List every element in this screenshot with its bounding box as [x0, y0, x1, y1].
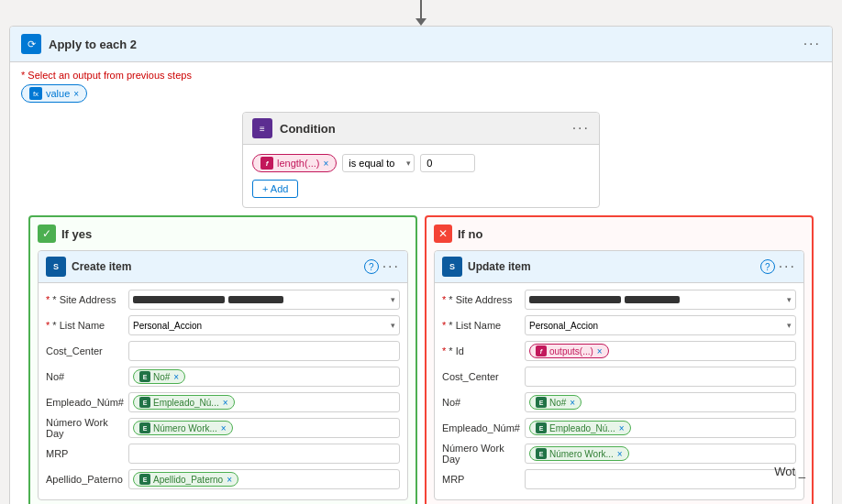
- update-site-address-redacted: [529, 296, 621, 303]
- create-cost-center-row: Cost_Center: [46, 340, 400, 362]
- update-empleado-value[interactable]: E Empleado_Nú... ×: [525, 418, 796, 438]
- create-list-name-text: Personal_Accion: [133, 321, 202, 331]
- create-item-help-button[interactable]: ?: [364, 259, 379, 274]
- create-item-more-button[interactable]: ···: [382, 258, 400, 275]
- update-id-tag-close[interactable]: ×: [597, 346, 603, 356]
- branch-no-icon: ✕: [434, 225, 452, 243]
- branch-yes-icon: ✓: [38, 225, 56, 243]
- create-site-address-redacted2: [228, 296, 283, 303]
- create-numero-wd-row: Número Work Day E Número Work... ×: [46, 417, 400, 439]
- update-site-address-value[interactable]: [525, 290, 796, 310]
- apply-each-body: * Select an output from previous steps f…: [10, 62, 832, 504]
- condition-block: ≡ Condition ··· f length(...) ×: [242, 112, 600, 208]
- update-mrp-value[interactable]: [525, 469, 796, 489]
- create-apellido-row: Apellido_Paterno E Apellido_Paterno ×: [46, 468, 400, 490]
- update-numero-wd-tag-icon: E: [536, 448, 547, 459]
- create-no-tag[interactable]: E No# ×: [133, 369, 185, 384]
- create-apellido-tag-label: Apellido_Paterno: [153, 475, 223, 485]
- update-no-tag-close[interactable]: ×: [570, 398, 575, 408]
- create-apellido-tag-icon: E: [139, 474, 150, 485]
- branch-yes-label: If yes: [61, 227, 92, 241]
- fx-tag-label: length(...): [277, 158, 319, 169]
- create-empleado-tag-label: Empleado_Nú...: [153, 398, 219, 408]
- create-item-card: S Create item ? ··· * Site Address: [38, 250, 408, 500]
- update-no-tag-icon: E: [536, 397, 547, 408]
- create-apellido-tag-close[interactable]: ×: [227, 475, 232, 485]
- update-empleado-tag[interactable]: E Empleado_Nú... ×: [529, 421, 631, 435]
- create-item-title: Create item: [72, 260, 364, 273]
- create-item-header: S Create item ? ···: [39, 251, 407, 283]
- update-id-tag[interactable]: f outputs(...) ×: [529, 344, 609, 358]
- create-list-name-row: * List Name Personal_Accion: [46, 314, 400, 336]
- fx-tag-icon: f: [260, 157, 273, 170]
- update-empleado-tag-icon: E: [536, 422, 547, 433]
- create-apellido-tag[interactable]: E Apellido_Paterno ×: [133, 472, 238, 487]
- update-cost-center-label: Cost_Center: [442, 371, 525, 382]
- update-empleado-tag-label: Empleado_Nú...: [549, 423, 615, 433]
- update-list-name-value[interactable]: Personal_Accion: [525, 315, 796, 335]
- operand-input[interactable]: [420, 154, 475, 172]
- create-mrp-row: MRP: [46, 443, 400, 465]
- update-numero-wd-value[interactable]: E Número Work... ×: [525, 444, 796, 464]
- update-item-help-button[interactable]: ?: [760, 259, 775, 274]
- create-mrp-value[interactable]: [128, 444, 400, 464]
- create-site-address-value[interactable]: [128, 290, 400, 310]
- create-numero-wd-tag[interactable]: E Número Work... ×: [133, 421, 233, 435]
- update-cost-center-value[interactable]: [525, 367, 796, 387]
- create-list-name-value[interactable]: Personal_Accion: [128, 315, 400, 335]
- create-item-sp-icon: S: [46, 257, 66, 277]
- create-numero-wd-tag-label: Número Work...: [153, 423, 217, 433]
- create-cost-center-value[interactable]: [128, 341, 400, 361]
- select-output-label: * Select an output from previous steps: [21, 70, 821, 81]
- update-id-row: * Id f outputs(...) ×: [442, 340, 796, 362]
- update-list-name-text: Personal_Accion: [529, 321, 598, 331]
- fx-tag-close[interactable]: ×: [323, 159, 328, 169]
- update-no-tag-label: No#: [549, 398, 566, 408]
- add-button[interactable]: + Add: [252, 180, 298, 198]
- value-tag-close[interactable]: ×: [73, 89, 79, 99]
- create-empleado-tag[interactable]: E Empleado_Nú... ×: [133, 395, 235, 410]
- apply-each-container: ⟳ Apply to each 2 ··· * Select an output…: [9, 26, 833, 504]
- create-numero-wd-value[interactable]: E Número Work... ×: [128, 418, 400, 438]
- create-no-tag-label: No#: [153, 372, 170, 382]
- apply-each-more-button[interactable]: ···: [803, 36, 821, 52]
- fx-tag[interactable]: f length(...) ×: [252, 154, 337, 172]
- condition-more-button[interactable]: ···: [572, 120, 590, 137]
- create-apellido-value[interactable]: E Apellido_Paterno ×: [128, 469, 400, 489]
- update-no-value[interactable]: E No# ×: [525, 392, 796, 412]
- create-empleado-tag-close[interactable]: ×: [223, 398, 228, 408]
- wot-text: Wot _: [774, 465, 805, 478]
- update-numero-wd-tag-close[interactable]: ×: [617, 449, 623, 459]
- update-numero-wd-row: Número Work Day E Número Work... ×: [442, 443, 796, 465]
- create-site-address-redacted: [133, 296, 225, 303]
- update-list-name-label: * List Name: [442, 320, 525, 331]
- create-mrp-label: MRP: [46, 448, 128, 459]
- operator-select-wrapper: is equal to: [342, 154, 415, 172]
- update-id-value[interactable]: f outputs(...) ×: [525, 341, 796, 361]
- update-mrp-label: MRP: [442, 474, 525, 485]
- update-no-tag[interactable]: E No# ×: [529, 395, 582, 410]
- branch-no-label: If no: [458, 227, 482, 241]
- value-tag-icon: fx: [29, 87, 42, 100]
- create-empleado-value[interactable]: E Empleado_Nú... ×: [128, 392, 400, 412]
- apply-each-title: Apply to each 2: [49, 38, 803, 51]
- create-empleado-tag-icon: E: [139, 397, 150, 408]
- connector-arrow: [415, 0, 427, 26]
- branches-container: ✓ If yes S Create item ? ···: [21, 208, 821, 504]
- operator-select[interactable]: is equal to: [342, 154, 415, 172]
- update-numero-wd-tag-label: Número Work...: [549, 449, 614, 459]
- update-empleado-tag-close[interactable]: ×: [619, 423, 625, 433]
- update-numero-wd-tag[interactable]: E Número Work... ×: [529, 446, 629, 461]
- create-no-tag-close[interactable]: ×: [173, 372, 179, 382]
- update-id-tag-icon: f: [536, 345, 547, 356]
- create-numero-wd-tag-close[interactable]: ×: [221, 423, 227, 433]
- branch-yes: ✓ If yes S Create item ? ···: [28, 215, 417, 504]
- update-mrp-row: MRP: [442, 468, 796, 490]
- condition-body: f length(...) × is equal to: [243, 145, 599, 207]
- create-numero-wd-label: Número Work Day: [46, 417, 128, 439]
- update-item-more-button[interactable]: ···: [779, 258, 796, 275]
- create-numero-wd-tag-icon: E: [139, 422, 150, 433]
- create-no-value[interactable]: E No# ×: [128, 367, 400, 387]
- update-no-label: No#: [442, 397, 525, 408]
- value-tag[interactable]: fx value ×: [21, 84, 87, 103]
